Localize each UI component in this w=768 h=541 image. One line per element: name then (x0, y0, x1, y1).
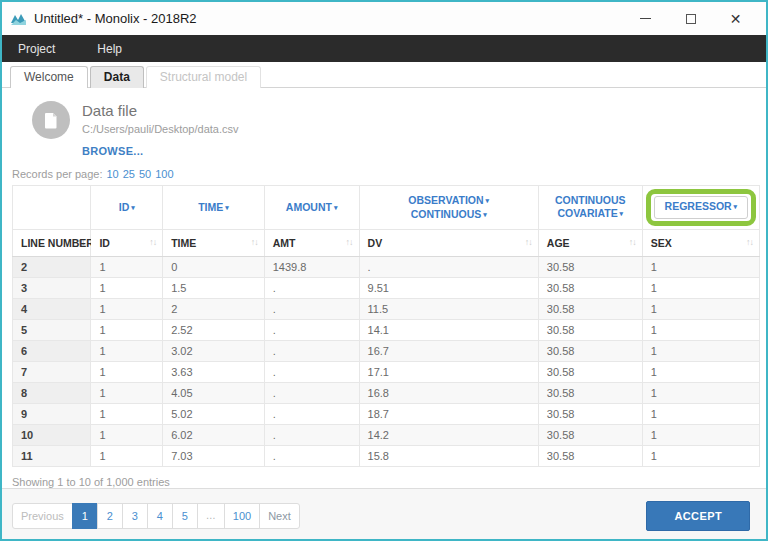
table-row: 412.11.530.581 (13, 299, 760, 320)
cell: 1 (642, 299, 759, 320)
title-bar: Untitled* - Monolix - 2018R2 ✕ (2, 2, 766, 35)
accept-button[interactable]: ACCEPT (646, 501, 750, 531)
cell: 1 (91, 278, 163, 299)
data-file-path: C:/Users/pauli/Desktop/data.csv (82, 123, 239, 135)
page-button-5[interactable]: 5 (172, 503, 198, 529)
page-button-3[interactable]: 3 (122, 503, 148, 529)
browse-button[interactable]: BROWSE... (82, 145, 143, 157)
cell: 9.51 (359, 278, 538, 299)
column-type-dropdown-id[interactable]: ID ▾ (91, 186, 163, 230)
menu-bar: Project Help (2, 35, 766, 62)
cell: 1 (91, 383, 163, 404)
column-header-label: DV (368, 237, 383, 249)
minimize-icon (640, 18, 651, 19)
column-header-time[interactable]: ↑↓TIME (163, 230, 265, 257)
column-header-label: TIME (171, 237, 196, 249)
regressor-dropdown-button[interactable]: REGRESSOR ▾ (654, 196, 749, 219)
window-title: Untitled* - Monolix - 2018R2 (34, 11, 197, 26)
cell: 1 (91, 257, 163, 278)
table-row: 311.5.9.5130.581 (13, 278, 760, 299)
column-header-id[interactable]: ↑↓ID (91, 230, 163, 257)
column-type-dropdown-continuous-covariate[interactable]: CONTINUOUSCOVARIATE ▾ (538, 186, 642, 230)
page-button-next[interactable]: Next (259, 503, 300, 529)
dropdown-caret-icon: ▾ (223, 204, 228, 211)
cell: 10 (13, 425, 91, 446)
cell: 1 (642, 404, 759, 425)
close-button[interactable]: ✕ (713, 5, 758, 33)
records-per-page-option-50[interactable]: 50 (139, 168, 151, 180)
minimize-button[interactable] (623, 5, 668, 33)
cell: 6 (13, 341, 91, 362)
maximize-button[interactable] (668, 5, 713, 33)
cell: . (359, 257, 538, 278)
page-button-4[interactable]: 4 (147, 503, 173, 529)
cell: 1 (91, 446, 163, 467)
cell: 30.58 (538, 383, 642, 404)
cell: 3.63 (163, 362, 265, 383)
cell: 1 (91, 362, 163, 383)
column-type-dropdown-observation-continuous[interactable]: OBSERVATION ▾CONTINUOUS ▾ (359, 186, 538, 230)
column-type-dropdown-amount[interactable]: AMOUNT ▾ (264, 186, 359, 230)
column-header-sex[interactable]: ↑↓SEX (642, 230, 759, 257)
sort-icon[interactable]: ↑↓ (746, 237, 753, 247)
table-row: 915.02.18.730.581 (13, 404, 760, 425)
sort-icon[interactable]: ↑↓ (149, 237, 156, 247)
cell: 8 (13, 383, 91, 404)
records-per-page-option-25[interactable]: 25 (123, 168, 135, 180)
cell: 30.58 (538, 446, 642, 467)
page-button-2[interactable]: 2 (97, 503, 123, 529)
records-per-page-option-10[interactable]: 10 (107, 168, 119, 180)
monolix-window: Untitled* - Monolix - 2018R2 ✕ Project H… (0, 0, 768, 541)
sort-icon[interactable]: ↑↓ (629, 237, 636, 247)
records-per-page-option-100[interactable]: 100 (155, 168, 173, 180)
cell: 30.58 (538, 425, 642, 446)
column-header-line-number[interactable]: ↑↓LINE NUMBER (13, 230, 91, 257)
cell: . (264, 278, 359, 299)
page-button-1[interactable]: 1 (72, 503, 98, 529)
cell: . (264, 383, 359, 404)
dropdown-caret-icon: ▾ (129, 204, 134, 211)
cell: 7 (13, 362, 91, 383)
cell: 1 (642, 446, 759, 467)
column-header-amt[interactable]: ↑↓AMT (264, 230, 359, 257)
column-type-row: ID ▾TIME ▾AMOUNT ▾OBSERVATION ▾CONTINUOU… (13, 186, 760, 230)
cell: . (264, 425, 359, 446)
cell: 30.58 (538, 257, 642, 278)
cell: 4 (13, 299, 91, 320)
cell: 1 (642, 278, 759, 299)
cell: 7.03 (163, 446, 265, 467)
type-label: COVARIATE ▾ (541, 207, 640, 221)
tab-data[interactable]: Data (90, 66, 144, 88)
cell: 18.7 (359, 404, 538, 425)
column-type-dropdown-regressor[interactable]: REGRESSOR ▾ (642, 186, 759, 230)
type-label: CONTINUOUS (541, 194, 640, 207)
cell: 15.8 (359, 446, 538, 467)
type-label: ID ▾ (93, 201, 160, 215)
column-header-age[interactable]: ↑↓AGE (538, 230, 642, 257)
sort-icon[interactable]: ↑↓ (346, 237, 353, 247)
cell: . (264, 299, 359, 320)
table-row: 814.05.16.830.581 (13, 383, 760, 404)
column-header-dv[interactable]: ↑↓DV (359, 230, 538, 257)
cell: 30.58 (538, 278, 642, 299)
cell: 1 (642, 341, 759, 362)
cell: 1.5 (163, 278, 265, 299)
menu-project[interactable]: Project (18, 42, 55, 56)
menu-help[interactable]: Help (97, 42, 122, 56)
cell: 4.05 (163, 383, 265, 404)
cell: 2 (163, 299, 265, 320)
cell: 9 (13, 404, 91, 425)
cell: 11.5 (359, 299, 538, 320)
sort-icon[interactable]: ↑↓ (525, 237, 532, 247)
cell: 6.02 (163, 425, 265, 446)
app-logo-icon (10, 12, 27, 26)
page-button-100[interactable]: 100 (224, 503, 260, 529)
sort-icon[interactable]: ↑↓ (251, 237, 258, 247)
type-label: OBSERVATION ▾ (362, 194, 536, 208)
tab-welcome[interactable]: Welcome (10, 66, 88, 88)
data-file-heading: Data file (82, 102, 239, 119)
cell: 30.58 (538, 320, 642, 341)
annotation-highlight-box: REGRESSOR ▾ (646, 189, 757, 226)
cell: 14.2 (359, 425, 538, 446)
column-type-dropdown-time[interactable]: TIME ▾ (163, 186, 265, 230)
